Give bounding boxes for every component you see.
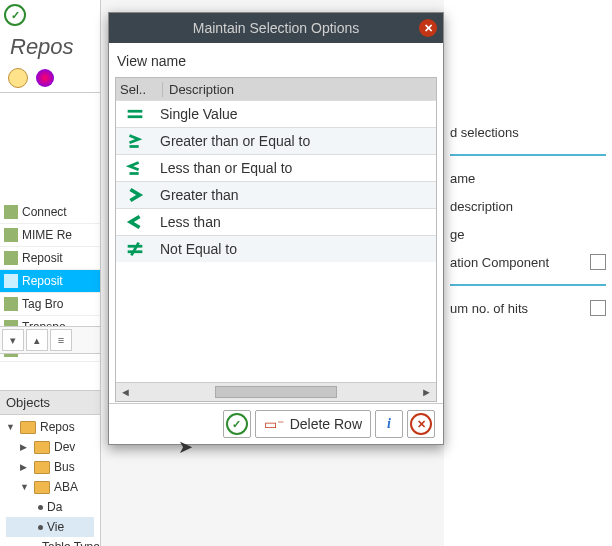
option-row[interactable]: Less than (116, 208, 436, 235)
field-label: ge (450, 220, 606, 248)
separator (450, 284, 606, 286)
tree-label: Repos (40, 420, 75, 434)
selection-options-dialog: Maintain Selection Options ✕ View name S… (108, 12, 444, 445)
tree-node[interactable]: ▼ABA (6, 477, 94, 497)
option-row[interactable]: Greater than or Equal to (116, 127, 436, 154)
left-nav-item[interactable]: Reposit (0, 270, 100, 293)
folder-icon (34, 461, 50, 474)
dialog-title: Maintain Selection Options (193, 20, 360, 36)
field-label-text: ation Component (450, 255, 549, 270)
close-icon[interactable]: ✕ (419, 19, 437, 37)
scroll-right-icon[interactable]: ► (421, 386, 432, 398)
col-header-sel[interactable]: Sel.. (116, 82, 163, 97)
operator-eq-icon (116, 105, 154, 123)
option-description: Not Equal to (154, 241, 436, 257)
option-row[interactable]: Single Value (116, 100, 436, 127)
tree-node[interactable]: ▶Bus (6, 457, 94, 477)
left-nav-label: Reposit (22, 274, 63, 288)
object-tree[interactable]: ▼Repos▶Dev▶Bus▼ABADaVieTable Types (0, 415, 100, 546)
tree-node[interactable]: Vie (6, 517, 94, 537)
tree-label: Vie (47, 520, 64, 534)
folder-icon (20, 421, 36, 434)
tree-node[interactable]: Table Types (6, 537, 94, 546)
delete-row-button[interactable]: ▭⁻ Delete Row (255, 410, 371, 438)
option-description: Less than or Equal to (154, 160, 436, 176)
checkbox[interactable] (590, 254, 606, 270)
tree-label: Dev (54, 440, 75, 454)
scroll-left-icon[interactable]: ◄ (120, 386, 131, 398)
left-nav-item[interactable]: Tag Bro (0, 293, 100, 316)
horizontal-scrollbar[interactable]: ◄ ► (116, 382, 436, 401)
field-label: description (450, 192, 606, 220)
option-description: Less than (154, 214, 436, 230)
delete-row-label: Delete Row (290, 416, 362, 432)
options-grid: Sel.. Description Single ValueGreater th… (115, 77, 437, 402)
field-label: d selections (450, 118, 606, 146)
ok-check-icon: ✓ (4, 4, 26, 26)
field-label: ation Component (450, 248, 606, 276)
caret-icon[interactable]: ▼ (20, 482, 30, 492)
caret-icon[interactable]: ▶ (20, 462, 30, 472)
app-title: Repos (0, 30, 100, 64)
option-description: Greater than (154, 187, 436, 203)
operator-le-icon (116, 159, 154, 177)
tree-label: Table Types (42, 540, 101, 546)
left-nav-item[interactable]: MIME Re (0, 224, 100, 247)
field-label-text: ge (450, 227, 464, 242)
left-nav-item[interactable]: Connect (0, 201, 100, 224)
tree-label: Bus (54, 460, 75, 474)
mime-icon (4, 228, 18, 242)
folder-icon (34, 441, 50, 454)
tree-node[interactable]: ▼Repos (6, 417, 94, 437)
tree-icon (4, 251, 18, 265)
option-row[interactable]: Greater than (116, 181, 436, 208)
info-icon: i (387, 416, 391, 432)
bulb-icon[interactable] (8, 68, 28, 88)
dialog-footer: ✓ ▭⁻ Delete Row i ✕ (109, 403, 443, 444)
collapse-icon[interactable]: ▾ (2, 329, 24, 351)
left-nav-label: Tag Bro (22, 297, 63, 311)
caret-icon[interactable]: ▶ (20, 442, 30, 452)
left-nav-label: MIME Re (22, 228, 72, 242)
left-nav-label: Reposit (22, 251, 63, 265)
tag-icon (4, 297, 18, 311)
cancel-button[interactable]: ✕ (407, 410, 435, 438)
operator-lt-icon (116, 213, 154, 231)
option-row[interactable]: Less than or Equal to (116, 154, 436, 181)
compass-icon[interactable] (36, 69, 54, 87)
left-panel: ✓ Repos ConnectMIME ReRepositRepositTag … (0, 0, 101, 546)
tree-node[interactable]: Da (6, 497, 94, 517)
confirm-button[interactable]: ✓ (223, 410, 251, 438)
objects-header: Objects (0, 390, 100, 415)
tree-label: Da (47, 500, 62, 514)
field-label: ame (450, 164, 606, 192)
caret-icon[interactable]: ▼ (6, 422, 16, 432)
info-button[interactable]: i (375, 410, 403, 438)
tree-label: ABA (54, 480, 78, 494)
folder-icon (34, 481, 50, 494)
field-label: um no. of hits (450, 294, 606, 322)
col-header-description[interactable]: Description (163, 82, 436, 97)
bg-icon-row (0, 64, 100, 93)
option-description: Single Value (154, 106, 436, 122)
operator-ne-icon (116, 240, 154, 258)
tree-node[interactable]: ▶Dev (6, 437, 94, 457)
option-description: Greater than or Equal to (154, 133, 436, 149)
viewname-label: View name (115, 49, 437, 77)
field-label-text: ame (450, 171, 475, 186)
option-row[interactable]: Not Equal to (116, 235, 436, 262)
left-nav-label: Connect (22, 205, 67, 219)
field-label-text: um no. of hits (450, 301, 528, 316)
grid-empty-area (116, 262, 436, 382)
expand-icon[interactable]: ▴ (26, 329, 48, 351)
tree-toolbar: ▾ ▴ ≡ (0, 326, 101, 354)
dot-icon (38, 525, 43, 530)
tree-icon (4, 274, 18, 288)
checkbox[interactable] (590, 300, 606, 316)
operator-ge-icon (116, 132, 154, 150)
list-icon[interactable]: ≡ (50, 329, 72, 351)
left-nav-item[interactable]: Reposit (0, 247, 100, 270)
field-label-text: d selections (450, 125, 519, 140)
delete-row-icon: ▭⁻ (264, 416, 284, 432)
right-panel: d selectionsamedescriptiongeation Compon… (444, 0, 612, 546)
